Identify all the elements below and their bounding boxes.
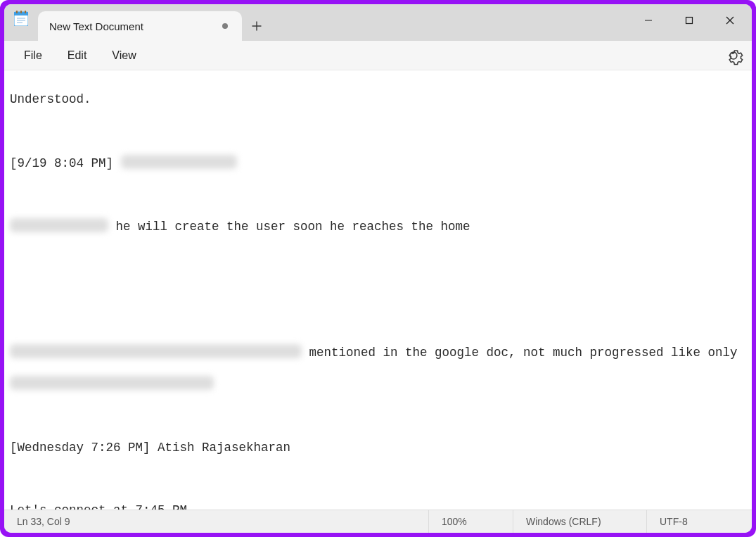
status-encoding: UTF-8 [646,510,752,533]
close-button[interactable] [710,4,750,37]
text-line: Let's connect at 7:45 PM. [10,503,746,510]
text-line: Understood. [10,91,746,107]
status-line-ending: Windows (CRLF) [513,510,646,533]
menu-edit[interactable]: Edit [55,45,100,66]
svg-rect-2 [16,11,18,13]
redacted-text [10,218,108,232]
menu-file[interactable]: File [11,45,55,66]
redacted-text [10,376,214,390]
redacted-text [121,155,237,169]
new-tab-button[interactable] [242,11,271,41]
text-line: he will create the user soon he reaches … [108,220,470,234]
text-editor[interactable]: Understood. [9/19 8:04 PM] he will creat… [4,70,752,510]
unsaved-indicator-icon [222,23,228,29]
editor-content: Understood. [9/19 8:04 PM] he will creat… [10,76,746,510]
text-line: mentioned in the google doc, not much pr… [302,346,745,360]
menubar: File Edit View [4,41,752,70]
titlebar: New Text Document [4,4,752,41]
status-cursor-position: Ln 33, Col 9 [4,510,83,533]
minimize-button[interactable] [628,4,669,37]
notepad-window: New Text Document File Edit [4,4,752,533]
text-line: [9/19 8:04 PM] [10,156,121,170]
maximize-button[interactable] [669,4,710,37]
gear-icon [724,46,743,65]
redacted-text [10,344,302,358]
status-zoom[interactable]: 100% [428,510,513,533]
document-tab-title: New Text Document [49,20,208,32]
svg-rect-3 [20,11,22,13]
menu-view[interactable]: View [99,45,148,66]
svg-rect-4 [25,11,26,13]
settings-button[interactable] [724,46,743,65]
text-line: [Wednesday 7:26 PM] Atish Rajasekharan [10,440,746,455]
notepad-icon [14,11,28,26]
statusbar: Ln 33, Col 9 100% Windows (CRLF) UTF-8 [4,510,752,533]
svg-rect-9 [686,18,693,24]
window-controls [628,4,750,37]
document-tab[interactable]: New Text Document [38,11,242,41]
